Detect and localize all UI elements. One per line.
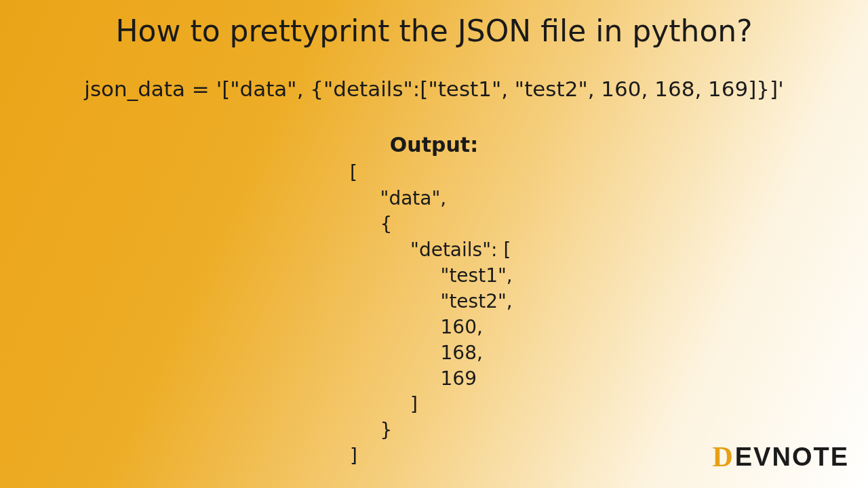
output-json-block: [ "data", { "details": [ "test1", "test2… <box>350 160 513 469</box>
logo-letter-d-icon: D <box>712 441 734 473</box>
output-label: Output: <box>0 133 868 157</box>
code-input-line: json_data = '["data", {"details":["test1… <box>0 77 868 101</box>
logo-text-rest: EVNOTE <box>735 443 849 472</box>
slide: How to prettyprint the JSON file in pyth… <box>0 0 868 488</box>
devnote-logo: DEVNOTE <box>712 441 849 473</box>
page-title: How to prettyprint the JSON file in pyth… <box>0 14 868 48</box>
